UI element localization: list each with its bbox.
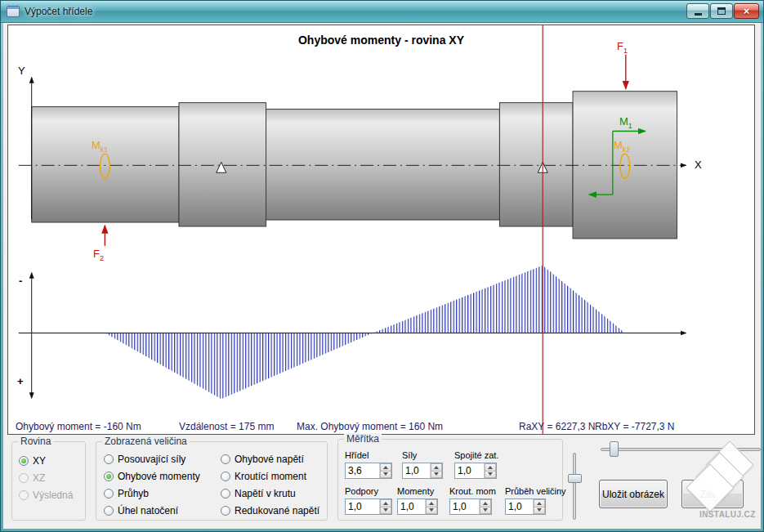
groupbox-rovina: Rovina XY XZ Výsledná	[11, 441, 86, 521]
spinner-krout-mom[interactable]: 1,0	[449, 498, 492, 515]
spinner-spojite-zat[interactable]: 1,0	[454, 463, 497, 479]
radio-pruhyb-icon	[104, 489, 114, 498]
close-window-button[interactable]: ×	[734, 3, 759, 19]
label-spojite: Spojité zat.	[454, 450, 498, 460]
titlebar[interactable]: Výpočet hřídele ×	[0, 0, 764, 23]
spin-down-icon[interactable]	[480, 507, 491, 515]
vertical-slider-thumb[interactable]	[568, 474, 582, 483]
spin-down-icon[interactable]	[380, 507, 391, 515]
shaft-segment-1	[32, 107, 179, 222]
label-podpory: Podpory	[345, 486, 378, 496]
radio-ohybove-momenty-icon	[104, 472, 114, 481]
spin-down-icon[interactable]	[380, 472, 391, 479]
horizontal-slider-thumb[interactable]	[610, 441, 619, 457]
y-axis-label: Y	[18, 65, 25, 77]
radio-ohybove-napeti-icon	[221, 454, 230, 464]
label-sily: Síly	[402, 450, 417, 460]
spin-down-icon[interactable]	[431, 472, 442, 479]
minimize-icon	[695, 13, 702, 16]
radio-vysledna-icon	[19, 490, 29, 500]
force-f2-label: F2	[93, 248, 104, 262]
canvas-title: Ohybové momenty - rovina XY	[8, 34, 754, 47]
radio-krouticí-moment[interactable]: Kroutící moment	[221, 471, 306, 482]
radio-uhel-natoceni-icon	[104, 506, 114, 516]
spin-up-icon[interactable]	[485, 463, 496, 472]
spin-up-icon[interactable]	[380, 499, 391, 507]
spin-up-icon[interactable]	[534, 499, 545, 507]
vertical-slider-track[interactable]	[573, 453, 576, 520]
radio-krouticí-moment-icon	[221, 472, 230, 481]
status-distance: Vzdálenost = 175 mm	[179, 421, 274, 432]
spinner-hridel[interactable]: 3,6	[345, 463, 392, 479]
radio-xy[interactable]: XY	[19, 455, 46, 467]
spin-up-icon[interactable]	[380, 463, 391, 472]
radio-vysledna: Výsledná	[19, 490, 73, 501]
torque-mk2-label: Mk2	[614, 139, 630, 154]
label-hridel: Hřídel	[345, 450, 369, 460]
radio-napeti-v-krutu-icon	[221, 489, 230, 498]
groupbox-velicina: Zobrazená veličina Posouvající síly Ohyb…	[96, 441, 328, 521]
diagram-positive-label: +	[17, 375, 24, 387]
status-max-moment: Max. Ohybový moment = 160 Nm	[297, 421, 443, 432]
maximize-button[interactable]	[710, 3, 733, 19]
diagram-negative-label: -	[19, 275, 22, 287]
shaft-segment-3	[266, 110, 500, 220]
status-rbxy: RbXY = -7727,3 N	[595, 421, 675, 432]
spinner-momenty[interactable]: 1,0	[397, 498, 438, 515]
shaft-segment-4	[499, 103, 573, 226]
label-prubeh: Průběh veličiny	[505, 486, 566, 496]
groupbox-rovina-label: Rovina	[18, 436, 53, 447]
drawing-canvas[interactable]: Ohybové momenty - rovina XY Y X - + F1 F…	[7, 25, 755, 435]
torque-mk1-label: Mk1	[92, 139, 108, 154]
radio-ohybove-momenty[interactable]: Ohybové momenty	[104, 471, 200, 482]
radio-posouvajici-sily[interactable]: Posouvající síly	[104, 454, 185, 465]
radio-posouvajici-sily-icon	[104, 454, 114, 464]
radio-ohybove-napeti[interactable]: Ohybové napětí	[221, 454, 304, 465]
watermark: INSTALUJ.CZ	[668, 446, 764, 526]
spin-up-icon[interactable]	[431, 463, 442, 472]
radio-redukovane-napeti-icon	[221, 506, 230, 516]
spin-down-icon[interactable]	[426, 507, 437, 515]
window-title: Výpočet hřídele	[25, 6, 92, 17]
caption-buttons: ×	[686, 3, 759, 19]
watermark-text: INSTALUJ.CZ	[699, 510, 756, 519]
maximize-icon	[717, 7, 726, 15]
radio-xy-icon	[19, 456, 29, 466]
spinner-sily[interactable]: 1,0	[402, 463, 443, 479]
spinner-prubeh-veliciny[interactable]: 1,0	[505, 498, 546, 515]
status-moment: Ohybový moment = -160 Nm	[16, 421, 141, 432]
groupbox-meritka: Měřítka Hřídel Síly Spojité zat. 3,6 1,0…	[337, 439, 563, 521]
x-axis-label: X	[695, 159, 702, 171]
spinner-podpory[interactable]: 1,0	[345, 498, 392, 515]
radio-uhel-natoceni[interactable]: Úhel natočení	[104, 505, 178, 516]
spin-down-icon[interactable]	[485, 472, 496, 479]
radio-xz: XZ	[19, 472, 45, 484]
save-image-button[interactable]: Uložit obrázek	[599, 480, 668, 508]
radio-redukovane-napeti[interactable]: Redukované napětí	[221, 505, 319, 516]
app-icon	[7, 6, 20, 17]
groupbox-velicina-label: Zobrazená veličina	[102, 436, 190, 447]
status-raxy: RaXY = 6227,3 N	[519, 421, 596, 432]
close-icon: ×	[744, 5, 750, 18]
label-krout-mom: Krout. mom	[449, 486, 496, 496]
radio-pruhyb[interactable]: Průhyb	[104, 488, 149, 499]
moment-m1-label: M1	[619, 115, 632, 130]
force-f1-label: F1	[617, 40, 628, 55]
label-momenty: Momenty	[397, 486, 434, 496]
radio-napeti-v-krutu[interactable]: Napětí v krutu	[221, 488, 296, 499]
spin-up-icon[interactable]	[480, 499, 491, 507]
spin-up-icon[interactable]	[426, 499, 437, 507]
shaft-drawing	[8, 25, 754, 434]
minimize-button[interactable]	[686, 3, 709, 19]
spin-down-icon[interactable]	[534, 507, 545, 515]
radio-xz-icon	[19, 473, 29, 483]
groupbox-meritka-label: Měřítka	[344, 433, 382, 445]
bending-moment-plot	[105, 266, 624, 399]
client-area: Ohybové momenty - rovina XY Y X - + F1 F…	[3, 23, 761, 529]
